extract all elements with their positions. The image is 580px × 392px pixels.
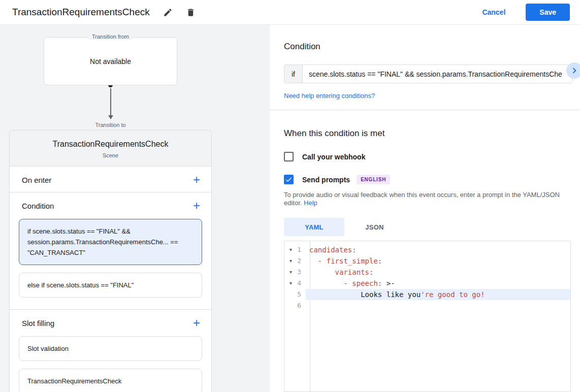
editor-lines: ▾1candidates:▾2 - first_simple:▾3 varian… (284, 241, 570, 311)
code-token: candidates: (309, 246, 357, 254)
slot-filling-section: Slot filling + Slot validationTransactio… (10, 310, 211, 392)
slot-card[interactable]: TransactionRequirementsCheck (19, 369, 202, 392)
code-line: Looks like you're good to go! (306, 289, 570, 300)
connector-line (110, 88, 111, 115)
on-enter-label: On enter (22, 176, 51, 184)
webhook-checkbox[interactable] (284, 152, 294, 161)
send-prompts-checkbox[interactable] (284, 175, 294, 184)
title-area: TransactionRequirementsCheck (12, 7, 196, 18)
tab-yaml[interactable]: YAML (284, 218, 344, 236)
editor-line[interactable]: 6 (284, 300, 570, 311)
transition-from-box: Transition from Not available (44, 37, 177, 85)
cancel-button[interactable]: Cancel (479, 6, 508, 18)
scene-card: TransactionRequirementsCheck Scene On en… (9, 130, 212, 392)
line-number: 3 (297, 267, 306, 278)
code-token: 're good to go! (421, 290, 485, 299)
scene-graph-panel: Transition from Not available Transition… (0, 25, 270, 392)
add-on-enter-button[interactable]: + (191, 175, 202, 185)
collapse-panel-button[interactable] (566, 62, 580, 79)
trash-icon (186, 8, 196, 17)
condition-panel-title: Condition (284, 42, 580, 52)
scene-card-header[interactable]: TransactionRequirementsCheck Scene (10, 130, 211, 167)
fold-arrow-icon[interactable]: ▾ (284, 267, 297, 278)
line-number: 6 (297, 300, 306, 311)
condition-input[interactable] (303, 65, 572, 83)
line-number: 2 (297, 255, 306, 267)
transition-from-label: Transition from (88, 34, 133, 40)
transition-to-label: Transition to (9, 122, 212, 128)
condition-card[interactable]: else if scene.slots.status == "FINAL" (19, 273, 202, 298)
condition-card[interactable]: if scene.slots.status == "FINAL" && sess… (19, 219, 202, 265)
line-number: 4 (297, 278, 306, 289)
page-title: TransactionRequirementsCheck (12, 7, 150, 18)
edit-title-button[interactable] (163, 8, 173, 17)
main-content: Transition from Not available Transition… (0, 25, 580, 392)
code-token: - speech: (343, 279, 382, 287)
fold-arrow-icon[interactable]: ▾ (284, 244, 297, 255)
conditions-help-link[interactable]: Need help entering conditions? (284, 92, 375, 100)
line-number: 1 (297, 244, 306, 255)
topbar: TransactionRequirementsCheck Cancel Save (0, 0, 580, 25)
if-prefix: if (284, 65, 303, 83)
check-icon (285, 176, 293, 183)
save-button[interactable]: Save (526, 4, 570, 21)
condition-input-row: if (284, 64, 573, 83)
webhook-label: Call your webhook (302, 153, 365, 161)
yaml-editor[interactable]: ▾1candidates:▾2 - first_simple:▾3 varian… (284, 241, 571, 392)
scene-card-subtitle: Scene (18, 152, 203, 158)
on-enter-section: On enter + (10, 167, 211, 192)
header-actions: Cancel Save (479, 4, 570, 21)
editor-tabs: YAMLJSON (284, 218, 580, 236)
code-token (309, 268, 335, 276)
editor-line[interactable]: ▾2 - first_simple: (284, 255, 570, 267)
code-token: >- (382, 279, 395, 287)
condition-section-label: Condition (22, 202, 54, 210)
fold-arrow-icon[interactable]: ▾ (284, 278, 297, 289)
arrowhead-icon (108, 115, 113, 119)
fold-spacer (284, 289, 297, 300)
fold-spacer (284, 300, 297, 311)
code-token (309, 279, 343, 287)
send-prompts-row: Send prompts ENGLISH (284, 175, 580, 184)
code-line: - speech: >- (306, 278, 570, 289)
delete-scene-button[interactable] (186, 8, 196, 17)
transition-arrow (9, 83, 212, 119)
editor-line[interactable]: ▾1candidates: (284, 244, 570, 255)
prompt-description-text: To provide audio or visual feedback when… (284, 191, 560, 207)
code-token: variants: (335, 268, 374, 276)
help-link[interactable]: Help (304, 199, 317, 207)
condition-section-header: Condition + (10, 192, 211, 218)
code-line: - first_simple: (306, 255, 570, 267)
code-line: candidates: (306, 244, 570, 255)
pencil-icon (163, 8, 173, 17)
chevron-right-icon (569, 65, 580, 76)
condition-section: Condition + if scene.slots.status == "FI… (10, 192, 211, 310)
send-prompts-label: Send prompts (302, 176, 350, 184)
line-number: 5 (297, 289, 306, 300)
add-slot-button[interactable]: + (191, 318, 202, 328)
code-token (309, 257, 318, 265)
when-met-title: When this condition is met (284, 128, 580, 139)
code-token: - first_simple: (318, 257, 382, 265)
condition-detail-panel: Condition if Need help entering conditio… (270, 25, 580, 392)
webhook-row: Call your webhook (284, 152, 580, 161)
scene-card-title: TransactionRequirementsCheck (18, 140, 203, 149)
code-token: Looks like you (309, 290, 421, 299)
fold-arrow-icon[interactable]: ▾ (284, 255, 297, 267)
prompt-description: To provide audio or visual feedback when… (284, 191, 578, 207)
section-divider (270, 110, 580, 110)
code-line: variants: (306, 267, 570, 278)
condition-card-list: if scene.slots.status == "FINAL" && sess… (10, 218, 211, 309)
editor-line[interactable]: ▾3 variants: (284, 267, 570, 278)
slot-card-list: Slot validationTransactionRequirementsCh… (10, 335, 211, 392)
editor-line[interactable]: 5 Looks like you're good to go! (284, 289, 570, 300)
code-line (306, 300, 570, 311)
transition-from-value: Not available (90, 57, 131, 66)
tab-json[interactable]: JSON (344, 218, 405, 236)
slot-card[interactable]: Slot validation (19, 336, 202, 361)
editor-line[interactable]: ▾4 - speech: >- (284, 278, 570, 289)
language-badge: ENGLISH (357, 175, 390, 184)
add-condition-button[interactable]: + (191, 201, 202, 211)
slot-filling-section-header: Slot filling + (10, 310, 211, 335)
slot-filling-label: Slot filling (22, 319, 54, 328)
